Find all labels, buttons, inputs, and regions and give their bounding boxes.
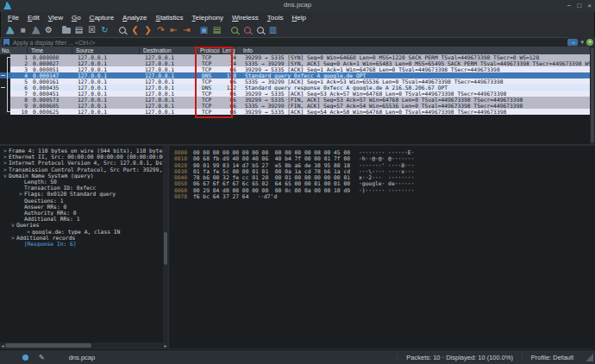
resize-grip[interactable] [586, 354, 593, 361]
menu-item-go[interactable]: Go [67, 12, 85, 23]
packet-row-1[interactable]: 10.000000127.0.0.1127.0.0.1TCP7439299 → … [0, 54, 590, 60]
restart-capture-icon[interactable] [29, 24, 42, 36]
packet-row-6[interactable]: 60.000435127.0.0.1127.0.0.1DNS122Standar… [0, 85, 590, 91]
open-file-icon [62, 28, 71, 34]
filter-dropdown-caret-icon[interactable]: ▾ [580, 39, 584, 46]
auto-scroll-icon[interactable]: ▣ [197, 24, 210, 36]
detail-tree-line[interactable]: >Flags: 0x0120 Standard query [0, 191, 163, 197]
menu-item-edit[interactable]: Edit [23, 12, 44, 23]
packet-row-3[interactable]: 30.000051127.0.0.1127.0.0.1TCP6639299 → … [0, 66, 590, 72]
go-to-packet-icon[interactable]: ↷ [154, 24, 167, 36]
scroll-right-icon[interactable]: ▸ [163, 342, 168, 348]
packet-row-4[interactable]: 40.000147127.0.0.1127.0.0.1DNS118Standar… [0, 72, 590, 78]
filter-bookmark-icon[interactable] [3, 39, 9, 46]
zoom-in-icon[interactable] [228, 24, 241, 36]
cell-time: 0.000451 [29, 91, 74, 97]
start-capture-icon[interactable] [3, 24, 16, 36]
maximize-button[interactable]: □ [577, 0, 581, 12]
hex-row-0030[interactable]: 003001 fa fe 5c 00 00 01 01 08 0a 1a cd … [174, 168, 595, 174]
cell-no: 7 [10, 91, 29, 97]
resize-columns-icon[interactable]: ▥ [266, 24, 279, 36]
apply-filter-button[interactable]: → [567, 39, 578, 46]
packet-row-7[interactable]: 70.000451127.0.0.1127.0.0.1TCP6639299 → … [0, 91, 590, 97]
packet-row-8[interactable]: 80.000573127.0.0.1127.0.0.1TCP6639299 → … [0, 97, 590, 103]
add-filter-button[interactable]: + [586, 39, 593, 46]
detail-tree-line[interactable]: vQueries [0, 222, 163, 228]
save-file-icon[interactable]: ▤ [72, 24, 85, 36]
zoom-out-icon[interactable] [241, 24, 254, 36]
menu-item-analyze[interactable]: Analyze [118, 12, 151, 23]
detail-tree-line[interactable]: Transaction ID: 0xfecc [0, 185, 163, 191]
packet-row-2[interactable]: 20.000027127.0.0.1127.0.0.1TCP745335 → 3… [0, 60, 590, 66]
detail-tree-line[interactable]: Questions: 1 [0, 198, 163, 204]
menu-item-help[interactable]: Help [287, 12, 310, 23]
hex-row-0060[interactable]: 006000 29 04 d0 00 00 00 00 00 0c 00 0a … [174, 187, 595, 193]
menu-item-file[interactable]: File [3, 12, 23, 23]
go-forward-icon[interactable]: ❯ [141, 24, 154, 36]
detail-tree-line[interactable]: >Transmission Control Protocol, Src Port… [0, 166, 163, 173]
close-button[interactable]: × [587, 0, 592, 12]
cell-time: 0.000027 [29, 60, 74, 66]
column-header-destination[interactable]: Destination [140, 47, 197, 54]
detail-tree-line[interactable]: Additional RRs: 1 [0, 216, 163, 222]
go-last-packet-icon[interactable]: ⇥ [180, 24, 193, 36]
column-header-no[interactable]: No. [0, 47, 28, 54]
menu-item-tools[interactable]: Tools [263, 12, 288, 23]
go-back-icon[interactable]: ❮ [128, 24, 141, 36]
minimize-button[interactable]: − [567, 0, 572, 12]
zoom-reset-icon [257, 27, 264, 34]
go-back-icon: ❮ [131, 26, 138, 35]
hex-row-0000[interactable]: 000000 00 00 00 00 00 00 00 00 00 00 00 … [174, 149, 595, 155]
hex-ascii: ·)······ ········ [359, 187, 414, 193]
reload-file-icon[interactable]: ↻ [98, 24, 111, 36]
zoom-reset-icon[interactable] [254, 24, 266, 36]
column-header-source[interactable]: Source [72, 47, 140, 54]
menu-item-statistics[interactable]: Statistics [152, 12, 188, 23]
hex-row-0050[interactable]: 005006 67 6f 6f 67 6c 65 02 64 65 00 00 … [174, 180, 595, 186]
hex-ascii: ········ ······E· [359, 149, 414, 155]
stop-capture-icon[interactable]: ■ [16, 24, 29, 36]
menu-item-telephony[interactable]: Telephony [188, 12, 228, 23]
hex-row-0070[interactable]: 0070f6 bc 64 37 27 64··d7'd [174, 193, 595, 199]
detail-text: Frame 4: 118 bytes on wire (944 bits), 1… [9, 147, 163, 154]
detail-tree-line[interactable]: >Additional records [0, 235, 163, 241]
detail-horizontal-scrollbar[interactable]: ◂ ▸ [0, 342, 168, 348]
packet-row-5[interactable]: 50.000161127.0.0.1127.0.0.1TCP665335 → 3… [0, 78, 590, 85]
close-file-icon[interactable]: ☒ [85, 24, 98, 36]
hex-offset: 0050 [174, 180, 193, 186]
hex-offset: 0070 [174, 193, 193, 199]
cell-dst: 127.0.0.1 [141, 91, 198, 97]
menu-item-view[interactable]: View [44, 12, 67, 23]
detail-link-response-in[interactable]: [Response In: 6] [0, 241, 163, 247]
menu-item-capture[interactable]: Capture [85, 12, 118, 23]
detail-tree-line[interactable]: >Frame 4: 118 bytes on wire (944 bits), … [0, 147, 163, 154]
hex-row-0010[interactable]: 001000 68 fb d9 40 00 40 06 40 b4 7f 00 … [174, 155, 595, 161]
packet-list-scrollbar[interactable] [590, 47, 595, 144]
detail-tree-line[interactable]: vDomain Name System (query) [0, 173, 163, 179]
go-first-packet-icon[interactable]: ⇤ [167, 24, 180, 36]
colorize-icon[interactable]: ▤ [210, 24, 223, 36]
titlebar[interactable]: dns.pcap − □ × [0, 0, 595, 12]
expert-info-icon[interactable] [22, 355, 28, 361]
detail-tree-line[interactable]: >Internet Protocol Version 4, Src: 127.0… [0, 160, 163, 166]
cell-info: 39299 → 5335 [SYN] Seq=0 Win=64660 Len=0… [238, 54, 590, 60]
hex-row-0040[interactable]: 004078 b6 00 32 fe cc 01 20 00 01 00 00 … [174, 174, 595, 180]
menu-item-wireless[interactable]: Wireless [228, 12, 263, 23]
packet-row-9[interactable]: 90.000605127.0.0.1127.0.0.1TCP665335 → 3… [0, 103, 590, 109]
column-header-time[interactable]: Time [28, 47, 72, 54]
column-header-info[interactable]: Info [236, 47, 595, 54]
cell-src: 127.0.0.1 [74, 91, 141, 97]
open-file-icon[interactable] [60, 24, 72, 36]
detail-tree-line[interactable]: Length: 50 [0, 179, 163, 185]
hex-row-0020[interactable]: 002000 01 99 83 14 d7 b5 27 e5 8b a6 de … [174, 162, 595, 168]
detail-tree-line[interactable]: Authority RRs: 0 [0, 210, 163, 216]
packet-row-10[interactable]: 100.000625127.0.0.1127.0.0.1TCP6639299 →… [0, 109, 590, 115]
capture-options-icon[interactable]: ⚙ [42, 24, 55, 36]
capture-comment-icon[interactable]: ✎ [39, 354, 45, 361]
status-profile[interactable]: Profile: Default [531, 354, 573, 361]
detail-tree-line[interactable]: >Ethernet II, Src: 00:00:00_00:00:00 (00… [0, 154, 163, 160]
detail-vertical-scrollbar[interactable] [163, 146, 168, 342]
detail-tree-line[interactable]: >google.de: type A, class IN [0, 229, 163, 235]
find-packet-icon[interactable] [116, 24, 128, 36]
detail-tree-line[interactable]: Answer RRs: 0 [0, 204, 163, 210]
